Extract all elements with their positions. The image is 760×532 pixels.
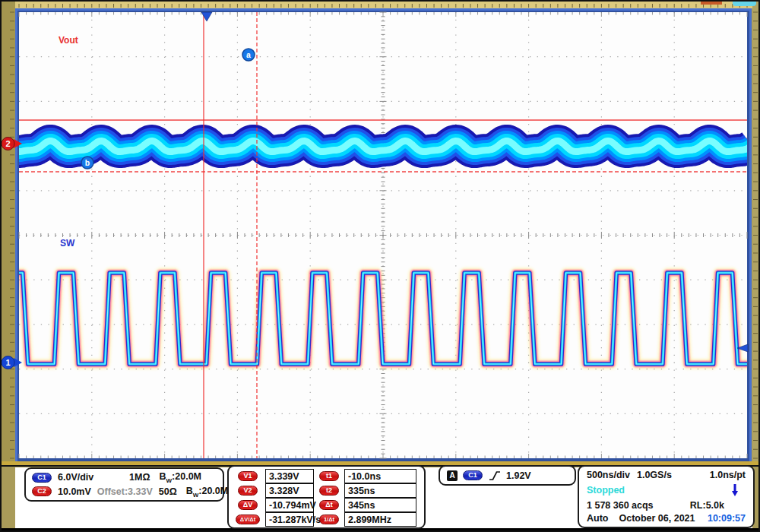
cursor-a-letter: a (246, 50, 251, 59)
trigger-source-a-badge[interactable]: A (447, 470, 458, 481)
c2-impedance: 50Ω (159, 486, 177, 497)
sw-label: SW (60, 238, 75, 249)
right-margin (752, 2, 760, 467)
dvdt-badge[interactable]: ΔV/Δt (236, 515, 260, 524)
c1-impedance: 1MΩ (129, 472, 150, 483)
acquisition-count: 1 578 360 acqs (587, 500, 654, 511)
v2-value: 3.328V (265, 483, 314, 498)
acquisition-status: Stopped (587, 485, 625, 496)
channel-2-row[interactable]: C2 10.0mV Offset:3.33V 50Ω BW:20.0M (32, 486, 217, 499)
cursor-readout-panel[interactable]: V1 3.339V t1 -10.0ns V2 3.328V t2 335ns … (227, 465, 426, 529)
timebase: 500ns/div (587, 470, 630, 480)
left-margin (2, 2, 15, 467)
dv-badge[interactable]: ΔV (238, 500, 258, 510)
date: October 06, 2021 (619, 513, 695, 524)
dvdt-value: -31.287kV/s (265, 512, 314, 527)
top-chip-cyan (733, 2, 756, 6)
t1-badge[interactable]: t1 (319, 471, 339, 481)
oscilloscope-screen: Vout SW 2 1 a b C1 6.0V/div (0, 0, 760, 532)
top-chip-orange (701, 2, 722, 5)
sample-rate: 1.0GS/s (637, 470, 672, 480)
acquisition-panel[interactable]: 500ns/div 1.0GS/s 1.0ns/pt Stopped 1 578… (578, 465, 755, 528)
trigger-level: 1.92V (506, 470, 531, 481)
t2-value: 335ns (344, 483, 416, 498)
c2-offset: Offset:3.33V (97, 486, 153, 497)
measurement-row: V1 3.339V t1 -10.0ns (230, 469, 423, 483)
v1-value: 3.339V (265, 469, 314, 483)
trigger-panel[interactable]: A C1 1.92V (439, 465, 576, 486)
vout-label: Vout (59, 35, 78, 46)
measurement-row: ΔV/Δt -31.287kV/s 1/Δt 2.899MHz (230, 512, 423, 527)
dt-badge[interactable]: Δt (319, 500, 339, 510)
trigger-mode: Auto (587, 513, 608, 524)
clock: 10:09:57 (708, 513, 746, 524)
c1-badge[interactable]: C1 (32, 473, 52, 483)
cursor-a-handle[interactable]: a (242, 49, 255, 61)
channel-1-row[interactable]: C1 6.0V/div 1MΩ BW:20.0M (32, 471, 217, 484)
cursor-b-handle[interactable]: b (81, 157, 93, 169)
c2-badge[interactable]: C2 (32, 486, 52, 496)
top-margin (15, 2, 752, 8)
rising-edge-icon (488, 470, 501, 482)
waveform-display[interactable]: Vout SW 2 1 a b (2, 2, 760, 467)
dt-value: 345ns (344, 498, 416, 512)
measurement-row: V2 3.328V t2 335ns (230, 483, 423, 498)
trigger-channel-badge[interactable]: C1 (463, 470, 483, 480)
record-length: RL:5.0k (690, 500, 724, 511)
v1-badge[interactable]: V1 (238, 471, 258, 481)
t2-badge[interactable]: t2 (319, 486, 339, 496)
c1-bandwidth: BW:20.0M (160, 471, 202, 484)
c2-scale: 10.0mV (58, 486, 91, 497)
c2-bandwidth: BW:20.0M (186, 486, 229, 499)
channel-settings-panel[interactable]: C1 6.0V/div 1MΩ BW:20.0M C2 10.0mV Offse… (24, 467, 224, 502)
resolution: 1.0ns/pt (710, 470, 746, 480)
v2-badge[interactable]: V2 (238, 486, 258, 496)
dv-value: -10.794mV (265, 498, 314, 512)
channel-1-number: 1 (5, 358, 10, 367)
inv-dt-badge[interactable]: 1/Δt (319, 515, 339, 524)
down-arrow-icon (730, 483, 739, 498)
inv-dt-value: 2.899MHz (344, 512, 416, 527)
cursor-b-letter: b (85, 158, 90, 167)
t1-value: -10.0ns (344, 469, 416, 483)
channel-2-number: 2 (5, 139, 10, 148)
measurement-row: ΔV -10.794mV Δt 345ns (230, 498, 423, 512)
c1-scale: 6.0V/div (58, 472, 93, 483)
